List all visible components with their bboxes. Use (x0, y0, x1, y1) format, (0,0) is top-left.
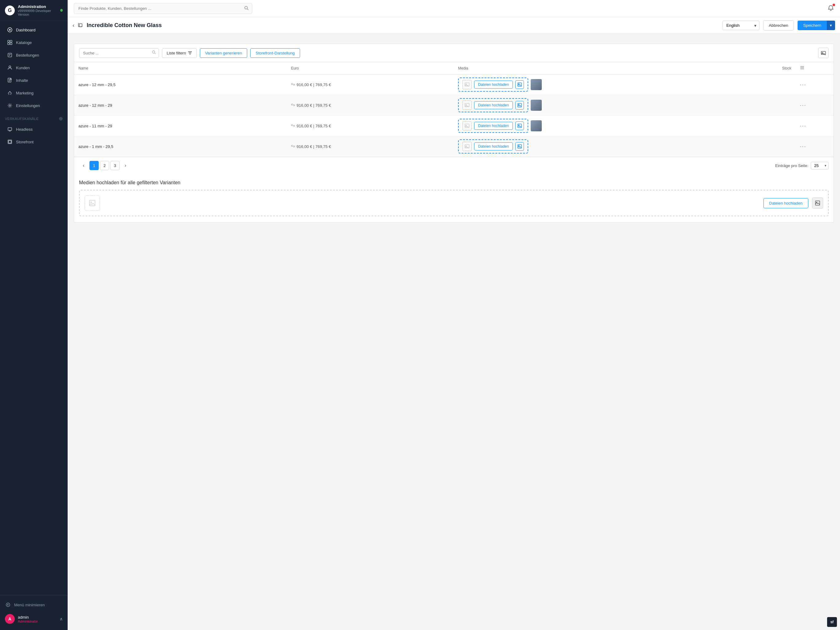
variant-stock-cell (720, 95, 796, 116)
row-actions-button[interactable]: ··· (800, 143, 829, 150)
prev-page-button[interactable]: ‹ (79, 161, 88, 170)
upload-placeholder-icon (463, 121, 472, 130)
page-1-button[interactable]: 1 (90, 161, 99, 170)
variant-search-input[interactable] (79, 48, 159, 58)
sidebar-item-label: Headless (16, 127, 33, 131)
search-icon[interactable] (244, 6, 249, 11)
user-profile[interactable]: A admin Administrator ∧ (0, 611, 68, 627)
row-actions-button[interactable]: ··· (800, 82, 829, 88)
variants-table: Name Euro Media Stock (74, 62, 834, 157)
copy-button[interactable] (78, 22, 83, 28)
svg-point-14 (245, 6, 248, 9)
svg-rect-12 (9, 141, 11, 143)
filter-button[interactable]: Liste filtern (162, 48, 197, 58)
sidebar-item-storefront[interactable]: Storefront (2, 136, 66, 148)
media-library-icon[interactable] (515, 80, 524, 89)
next-page-button[interactable]: › (121, 161, 130, 170)
page-3-button[interactable]: 3 (111, 161, 120, 170)
save-dropdown-button[interactable]: ▾ (827, 21, 835, 30)
per-page-select[interactable]: 10 25 50 100 (811, 162, 829, 169)
table-row: azure - 12 mm - 29,5 916,00 € | 769,75 €… (74, 74, 834, 95)
upload-files-button[interactable]: Dateien hochladen (474, 101, 513, 109)
media-thumbnail (531, 100, 542, 111)
sidebar-item-bestellungen[interactable]: Bestellungen (2, 49, 66, 61)
sidebar-item-marketing[interactable]: Marketing (2, 87, 66, 99)
sidebar-item-dashboard[interactable]: Dashboard (2, 24, 66, 36)
upload-files-button[interactable]: Dateien hochladen (474, 81, 513, 89)
variant-media-cell: Dateien hochladen (454, 116, 720, 136)
app-subtitle: v99999999 Developer Version (18, 9, 57, 16)
bulk-upload-placeholder-icon (85, 195, 100, 211)
media-library-icon[interactable] (515, 101, 524, 109)
sidebar-footer: Menü minimieren A admin Administrator ∧ (0, 595, 68, 630)
notification-button[interactable] (828, 5, 834, 12)
upload-files-button[interactable]: Dateien hochladen (474, 122, 513, 130)
main-content: ‹ Incredible Cotton New Glass English De… (68, 0, 840, 630)
minimize-menu[interactable]: Menü minimieren (0, 598, 68, 611)
generate-variants-button[interactable]: Varianten generieren (200, 48, 247, 58)
page-2-button[interactable]: 2 (100, 161, 109, 170)
language-select[interactable]: English Deutsch (723, 21, 759, 30)
inhalte-icon (7, 77, 13, 83)
notification-badge (833, 4, 835, 6)
sidebar-item-kunden[interactable]: Kunden (2, 62, 66, 74)
image-view-button[interactable] (818, 47, 829, 58)
product-title: Incredible Cotton New Glass (87, 22, 719, 28)
svg-point-1 (9, 29, 11, 31)
sidebar-item-einstellungen[interactable]: Einstellungen (2, 99, 66, 112)
variant-actions-cell: ··· (796, 95, 834, 116)
bulk-media-library-icon[interactable] (812, 198, 823, 209)
per-page-select-wrapper: 10 25 50 100 (811, 162, 829, 169)
marketing-icon (7, 90, 13, 96)
bestellungen-icon (7, 52, 13, 58)
table-header-row: Name Euro Media Stock (74, 62, 834, 74)
search-input[interactable] (74, 3, 252, 14)
sidebar-item-inhalte[interactable]: Inhalte (2, 74, 66, 86)
variant-price-cell: 916,00 € | 769,75 € (287, 95, 454, 116)
einstellungen-icon (7, 103, 13, 109)
upload-drop-zone[interactable]: Dateien hochladen (458, 139, 528, 154)
row-actions-button[interactable]: ··· (800, 102, 829, 109)
column-menu-icon[interactable] (800, 65, 829, 71)
link-icon (291, 82, 295, 87)
save-button[interactable]: Speichern (797, 21, 827, 30)
variant-name-cell: azure - 11 mm - 29 (74, 116, 287, 136)
variants-panel: Liste filtern Varianten generieren Store… (74, 44, 834, 223)
storefront-button[interactable]: Storefront-Darstellung (250, 48, 300, 58)
sidebar-item-label: Kataloge (16, 40, 32, 45)
col-header-stock: Stock (720, 62, 796, 74)
row-actions-button[interactable]: ··· (800, 123, 829, 129)
svg-rect-35 (90, 200, 95, 206)
upload-files-button[interactable]: Dateien hochladen (474, 142, 513, 150)
upload-drop-zone[interactable]: Dateien hochladen (458, 98, 528, 112)
upload-drop-zone[interactable]: Dateien hochladen (458, 78, 528, 92)
user-name: admin (18, 615, 38, 619)
table-row: azure - 12 mm - 29 916,00 € | 769,75 € D… (74, 95, 834, 116)
variant-name-cell: azure - 12 mm - 29 (74, 95, 287, 116)
app-info: Administration v99999999 Developer Versi… (18, 4, 57, 16)
user-avatar: A (5, 614, 15, 624)
cancel-button[interactable]: Abbrechen (763, 20, 794, 30)
col-header-media: Media (454, 62, 720, 74)
variant-search-icon (152, 51, 156, 56)
media-library-icon[interactable] (515, 142, 524, 151)
bulk-upload-button[interactable]: Dateien hochladen (763, 198, 808, 208)
svg-point-7 (9, 66, 11, 68)
sidebar: G Administration v99999999 Developer Ver… (0, 0, 68, 630)
back-button[interactable]: ‹ (73, 22, 74, 28)
sidebar-item-label: Marketing (16, 91, 33, 95)
headless-icon (7, 126, 13, 132)
variant-media-cell: Dateien hochladen (454, 95, 720, 116)
upload-drop-zone[interactable]: Dateien hochladen (458, 119, 528, 133)
save-button-group: Speichern ▾ (797, 21, 835, 30)
product-header: ‹ Incredible Cotton New Glass English De… (68, 17, 840, 34)
col-header-name: Name (74, 62, 287, 74)
sidebar-item-label: Dashboard (16, 28, 36, 32)
bulk-upload-section: Medien hochladen für alle gefilterten Va… (74, 174, 834, 222)
variant-actions-cell: ··· (796, 116, 834, 136)
sidebar-item-headless[interactable]: Headless (2, 123, 66, 135)
sidebar-item-kataloge[interactable]: Kataloge (2, 36, 66, 49)
variant-stock-cell (720, 136, 796, 157)
media-library-icon[interactable] (515, 122, 524, 130)
add-sales-channel-icon[interactable]: ⊕ (59, 116, 63, 122)
